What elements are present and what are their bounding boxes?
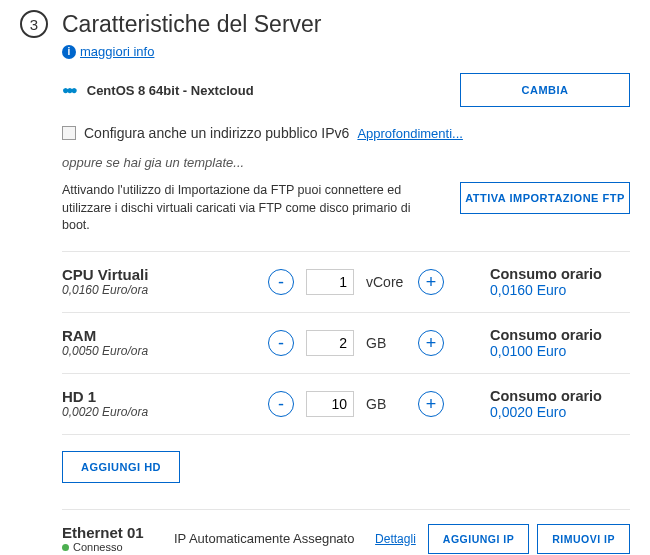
ipv6-details-link[interactable]: Approfondimenti... xyxy=(357,126,463,141)
ethernet-ip-mode: IP Automaticamente Assegnato xyxy=(174,531,363,546)
status-dot-icon xyxy=(62,544,69,551)
ipv6-label: Configura anche un indirizzo pubblico IP… xyxy=(84,125,349,141)
ethernet-buttons: AGGIUNGI IP RIMUOVI IP xyxy=(428,524,630,554)
ipv6-checkbox[interactable] xyxy=(62,126,76,140)
ethernet-name: Ethernet 01 xyxy=(62,524,162,541)
page-title: Caratteristiche del Server xyxy=(62,11,322,38)
ethernet-row: Ethernet 01 Connesso IP Automaticamente … xyxy=(62,509,630,554)
ram-label: RAM xyxy=(62,327,222,344)
info-icon: i xyxy=(62,45,76,59)
remove-ip-button[interactable]: RIMUOVI IP xyxy=(537,524,630,554)
ram-row: RAM 0,0050 Euro/ora - GB + Consumo orari… xyxy=(62,312,630,373)
ram-cons-value: 0,0100 Euro xyxy=(490,343,630,359)
cpu-consumption: Consumo orario 0,0160 Euro xyxy=(490,266,630,298)
os-info: ●●● CentOS 8 64bit - Nextcloud xyxy=(62,83,254,98)
cpu-plus-button[interactable]: + xyxy=(418,269,444,295)
hd1-label: HD 1 xyxy=(62,388,222,405)
hd1-price: 0,0020 Euro/ora xyxy=(62,405,222,419)
hd1-minus-button[interactable]: - xyxy=(268,391,294,417)
hd1-unit: GB xyxy=(366,396,406,412)
ftp-description: Attivando l'utilizzo di Importazione da … xyxy=(62,182,440,235)
hd1-row: HD 1 0,0020 Euro/ora - GB + Consumo orar… xyxy=(62,373,630,434)
cpu-unit: vCore xyxy=(366,274,406,290)
cpu-minus-button[interactable]: - xyxy=(268,269,294,295)
hd1-label-block: HD 1 0,0020 Euro/ora xyxy=(62,388,222,419)
cpu-input[interactable] xyxy=(306,269,354,295)
ethernet-status: Connesso xyxy=(62,541,162,553)
step-number: 3 xyxy=(20,10,48,38)
hd1-cons-value: 0,0020 Euro xyxy=(490,404,630,420)
cpu-price: 0,0160 Euro/ora xyxy=(62,283,222,297)
ethernet-details-link[interactable]: Dettagli xyxy=(375,532,416,546)
ftp-row: Attivando l'utilizzo di Importazione da … xyxy=(62,182,630,235)
cpu-cons-value: 0,0160 Euro xyxy=(490,282,630,298)
hd1-cons-label: Consumo orario xyxy=(490,388,630,404)
cpu-row: CPU Virtuali 0,0160 Euro/ora - vCore + C… xyxy=(62,251,630,312)
add-hd-button[interactable]: AGGIUNGI HD xyxy=(62,451,180,483)
section-header: 3 Caratteristiche del Server xyxy=(20,10,630,38)
ram-input[interactable] xyxy=(306,330,354,356)
ram-minus-button[interactable]: - xyxy=(268,330,294,356)
hd1-stepper: - GB + xyxy=(222,391,490,417)
cpu-cons-label: Consumo orario xyxy=(490,266,630,282)
template-hint: oppure se hai gia un template... xyxy=(62,155,630,170)
os-name: CentOS 8 64bit - Nextcloud xyxy=(87,83,254,98)
ram-plus-button[interactable]: + xyxy=(418,330,444,356)
ethernet-status-text: Connesso xyxy=(73,541,123,553)
more-info-row: i maggiori info xyxy=(62,44,630,59)
ram-cons-label: Consumo orario xyxy=(490,327,630,343)
hd1-consumption: Consumo orario 0,0020 Euro xyxy=(490,388,630,420)
cpu-stepper: - vCore + xyxy=(222,269,490,295)
ethernet-name-block: Ethernet 01 Connesso xyxy=(62,524,162,553)
add-ip-button[interactable]: AGGIUNGI IP xyxy=(428,524,529,554)
change-os-button[interactable]: CAMBIA xyxy=(460,73,630,107)
ram-price: 0,0050 Euro/ora xyxy=(62,344,222,358)
ram-label-block: RAM 0,0050 Euro/ora xyxy=(62,327,222,358)
ram-unit: GB xyxy=(366,335,406,351)
cpu-label: CPU Virtuali xyxy=(62,266,222,283)
ipv6-row: Configura anche un indirizzo pubblico IP… xyxy=(62,125,630,141)
add-hd-row: AGGIUNGI HD xyxy=(62,434,630,483)
ram-stepper: - GB + xyxy=(222,330,490,356)
nextcloud-icon: ●●● xyxy=(62,83,75,97)
activate-ftp-button[interactable]: ATTIVA IMPORTAZIONE FTP xyxy=(460,182,630,214)
os-row: ●●● CentOS 8 64bit - Nextcloud CAMBIA xyxy=(62,73,630,107)
more-info-link[interactable]: maggiori info xyxy=(80,44,154,59)
hd1-input[interactable] xyxy=(306,391,354,417)
ram-consumption: Consumo orario 0,0100 Euro xyxy=(490,327,630,359)
cpu-label-block: CPU Virtuali 0,0160 Euro/ora xyxy=(62,266,222,297)
hd1-plus-button[interactable]: + xyxy=(418,391,444,417)
